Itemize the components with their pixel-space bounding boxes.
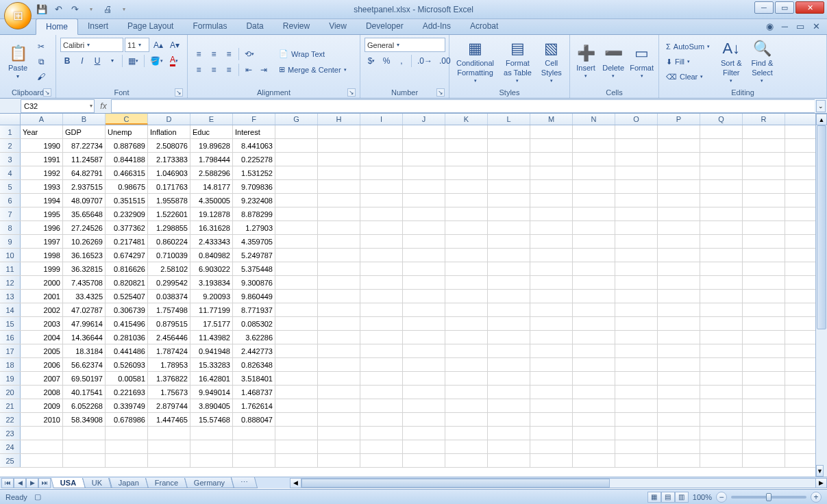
cell[interactable]: 0.816626	[106, 262, 148, 275]
row-header[interactable]: 10	[0, 249, 21, 262]
cell[interactable]	[318, 166, 360, 179]
cell[interactable]	[615, 399, 658, 412]
minimize-button[interactable]: ─	[754, 1, 774, 14]
conditional-formatting-button[interactable]: ▦ ConditionalFormatting▾	[452, 37, 498, 86]
zoom-out-icon[interactable]: −	[716, 492, 727, 503]
cell[interactable]	[275, 317, 318, 330]
cell[interactable]: 1.787424	[148, 344, 190, 357]
cell[interactable]: 1.376822	[148, 372, 190, 385]
cell[interactable]	[658, 194, 700, 207]
cell[interactable]: 0.299542	[148, 276, 190, 289]
cell[interactable]	[658, 235, 700, 248]
cell[interactable]: 2006	[21, 358, 63, 371]
cell[interactable]	[700, 399, 743, 412]
zoom-slider[interactable]	[731, 496, 806, 499]
cell[interactable]	[700, 290, 743, 303]
cell[interactable]	[615, 125, 658, 138]
column-header[interactable]: C	[106, 114, 148, 125]
cell[interactable]: 16.31628	[190, 221, 233, 234]
cell[interactable]	[488, 276, 530, 289]
cell[interactable]: 3.193834	[190, 276, 233, 289]
select-all-corner[interactable]	[0, 114, 21, 125]
cell[interactable]: 2.433343	[190, 235, 233, 248]
cell[interactable]	[700, 207, 743, 220]
cell[interactable]: 1.757498	[148, 303, 190, 316]
cell[interactable]	[106, 427, 148, 440]
cell[interactable]	[403, 194, 445, 207]
cell[interactable]	[488, 262, 530, 275]
cell[interactable]	[530, 454, 573, 467]
cell[interactable]: 1.75673	[148, 386, 190, 399]
cell[interactable]	[106, 454, 148, 467]
cell[interactable]: 15.33283	[190, 358, 233, 371]
cell[interactable]	[445, 303, 488, 316]
cell[interactable]: 1999	[21, 262, 63, 275]
cell[interactable]	[318, 249, 360, 262]
cell[interactable]	[700, 372, 743, 385]
cell[interactable]: 9.20093	[190, 290, 233, 303]
cell[interactable]: 1.468737	[233, 386, 275, 399]
expand-formula-bar[interactable]: ⌄	[816, 100, 826, 112]
cell[interactable]	[615, 290, 658, 303]
cell[interactable]	[275, 386, 318, 399]
cell[interactable]: 0.466315	[106, 166, 148, 179]
cell[interactable]	[573, 180, 615, 193]
cell[interactable]	[530, 372, 573, 385]
sheet-tab-uk[interactable]: UK	[82, 478, 112, 488]
cell[interactable]	[445, 454, 488, 467]
merge-center-button[interactable]: ⊞Merge & Center▾	[275, 62, 351, 77]
comma-icon[interactable]: ,	[395, 53, 408, 68]
cell[interactable]: Year	[21, 125, 63, 138]
cell[interactable]	[530, 317, 573, 330]
row-header[interactable]: 14	[0, 303, 21, 316]
column-header[interactable]: Q	[700, 114, 743, 125]
cell[interactable]	[615, 427, 658, 440]
cell[interactable]	[700, 249, 743, 262]
cell[interactable]	[700, 153, 743, 166]
cell[interactable]: 8.878299	[233, 207, 275, 220]
cell[interactable]: 0.415496	[106, 317, 148, 330]
cell[interactable]	[445, 413, 488, 426]
cell[interactable]	[63, 454, 106, 467]
cell[interactable]: 17.5177	[190, 317, 233, 330]
cell[interactable]	[403, 331, 445, 344]
cell[interactable]	[530, 166, 573, 179]
cell[interactable]	[445, 440, 488, 453]
cell[interactable]	[403, 166, 445, 179]
cell[interactable]	[318, 358, 360, 371]
cell[interactable]: 1.798444	[190, 153, 233, 166]
cell[interactable]: 2.173383	[148, 153, 190, 166]
cell[interactable]	[573, 413, 615, 426]
cell[interactable]: 2.879744	[148, 399, 190, 412]
cell[interactable]: 40.17541	[63, 386, 106, 399]
cell[interactable]	[445, 207, 488, 220]
cell[interactable]	[445, 399, 488, 412]
cell[interactable]: 0.351515	[106, 194, 148, 207]
cell[interactable]: 2.456446	[148, 331, 190, 344]
zoom-percent[interactable]: 100%	[693, 493, 712, 501]
cell[interactable]	[360, 290, 403, 303]
cell[interactable]: 3.518401	[233, 372, 275, 385]
cell[interactable]	[573, 303, 615, 316]
cell[interactable]	[318, 413, 360, 426]
cell[interactable]	[403, 221, 445, 234]
page-break-view-icon[interactable]: ▥	[675, 492, 689, 503]
cell[interactable]	[615, 221, 658, 234]
cell[interactable]	[743, 413, 785, 426]
cell[interactable]	[318, 139, 360, 152]
formula-input[interactable]	[111, 99, 815, 113]
decrease-indent-icon[interactable]: ⇤	[242, 62, 256, 77]
scroll-right-icon[interactable]: ▶	[815, 478, 827, 488]
cell[interactable]	[700, 358, 743, 371]
cell[interactable]	[530, 180, 573, 193]
row-header[interactable]: 12	[0, 276, 21, 289]
cell[interactable]: Unemp	[106, 125, 148, 138]
close-button[interactable]: ✕	[795, 1, 824, 14]
cell[interactable]	[445, 125, 488, 138]
cell[interactable]	[360, 358, 403, 371]
cell[interactable]	[21, 454, 63, 467]
cell[interactable]	[360, 386, 403, 399]
cell[interactable]	[275, 180, 318, 193]
cell[interactable]: 4.350005	[190, 194, 233, 207]
cell[interactable]	[488, 235, 530, 248]
